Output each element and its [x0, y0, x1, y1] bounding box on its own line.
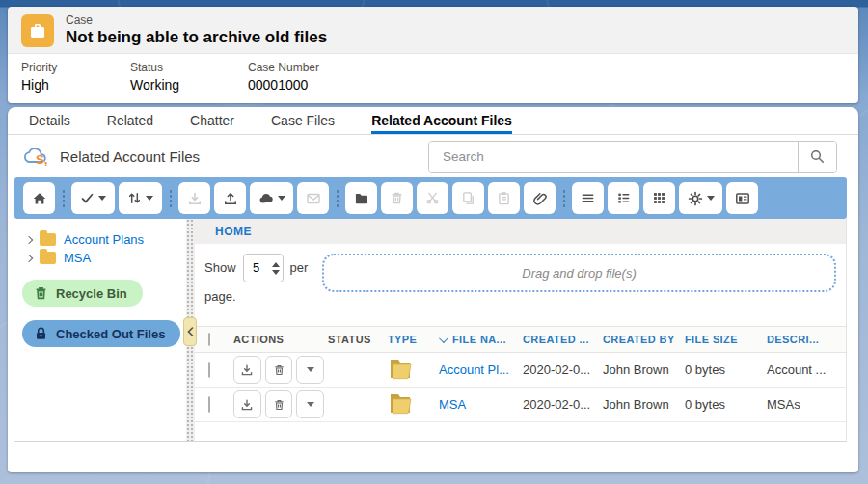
row-checkbox[interactable]	[208, 396, 210, 413]
file-dropzone[interactable]: Drag and drop file(s)	[322, 254, 836, 292]
row-more-actions-button[interactable]	[296, 356, 324, 384]
download-icon	[187, 191, 203, 206]
field-case-number-value: 00001000	[248, 77, 319, 93]
folder-icon	[40, 233, 56, 246]
case-icon	[21, 14, 54, 47]
col-header-file-name[interactable]: FILE NA...	[439, 327, 523, 353]
row-more-actions-button[interactable]	[296, 390, 324, 418]
tab-related[interactable]: Related	[107, 107, 153, 134]
row-checkbox[interactable]	[208, 362, 210, 378]
file-name-link[interactable]: MSA	[439, 397, 466, 412]
grid-view-button[interactable]	[643, 182, 675, 214]
sidebar-collapse-handle[interactable]	[183, 317, 197, 346]
col-header-file-size[interactable]: FILE SIZE	[685, 327, 767, 353]
page-size-stepper[interactable]: 5	[243, 254, 284, 282]
tab-related-account-files[interactable]: Related Account Files	[371, 107, 512, 134]
checked-out-files-button[interactable]: Checked Out Files	[22, 320, 180, 347]
folder-type-icon	[388, 403, 413, 417]
tab-details[interactable]: Details	[29, 107, 70, 134]
detail-list-icon	[616, 191, 631, 205]
col-header-type[interactable]: TYPE	[388, 327, 439, 353]
col-header-created-by[interactable]: CREATED BY	[603, 327, 685, 353]
col-header-status: STATUS	[328, 327, 388, 353]
col-header-description[interactable]: DESCRI...	[767, 327, 846, 353]
chevron-down-icon	[307, 402, 314, 407]
col-header-created[interactable]: CREATED ...	[523, 327, 603, 353]
chevron-down-icon	[146, 196, 153, 201]
field-priority-label: Priority	[21, 61, 121, 74]
toolbar-separator	[563, 189, 565, 208]
trash-icon	[273, 398, 285, 412]
search-icon	[810, 149, 825, 164]
search-box	[428, 141, 837, 173]
sidebar-resize-divider[interactable]	[186, 219, 195, 441]
toolbar-separator	[337, 189, 339, 208]
row-download-button[interactable]	[233, 356, 261, 384]
gear-icon	[688, 191, 703, 206]
sort-down-icon	[439, 334, 448, 343]
description-cell: Account ...	[767, 353, 846, 388]
toolbar-separator	[63, 189, 65, 208]
folder-tree-sidebar: Account Plans MSA Recycle Bin Checked Ou…	[14, 219, 186, 441]
tab-bar: Details Related Chatter Case Files Relat…	[8, 107, 858, 135]
row-delete-button[interactable]	[265, 390, 293, 418]
table-header-row: ACTIONS STATUS TYPE FILE NA... CREATED .…	[195, 327, 846, 353]
select-all-checkbox[interactable]	[208, 333, 210, 346]
file-browser: Account Plans MSA Recycle Bin Checked Ou…	[14, 219, 847, 442]
created-cell: 2020-02-0...	[523, 353, 603, 388]
upload-icon	[223, 191, 238, 206]
file-size-cell: 0 bytes	[685, 388, 767, 422]
breadcrumb-bar: HOME	[195, 219, 846, 244]
chevron-down-icon	[307, 367, 314, 372]
search-input[interactable]	[429, 142, 798, 172]
email-button	[297, 182, 329, 214]
status-cell	[328, 353, 388, 388]
recycle-bin-button[interactable]: Recycle Bin	[22, 280, 143, 307]
created-cell: 2020-02-0...	[523, 388, 603, 422]
settings-button[interactable]	[679, 182, 722, 214]
file-size-cell: 0 bytes	[685, 353, 767, 388]
created-by-cell: John Brown	[603, 388, 685, 422]
breadcrumb-home[interactable]: HOME	[215, 225, 252, 238]
page-title: Not being able to archive old files	[66, 28, 327, 47]
stepper-arrows[interactable]	[269, 262, 283, 275]
tree-item-msa[interactable]: MSA	[22, 249, 186, 267]
file-name-link[interactable]: Account Pl...	[439, 363, 509, 377]
created-by-cell: John Brown	[603, 353, 685, 388]
download-icon	[240, 363, 254, 377]
dropzone-text: Drag and drop file(s)	[522, 266, 637, 281]
approve-button[interactable]	[71, 182, 115, 214]
table-row: MSA 2020-02-0... John Brown 0 bytes MSAs	[195, 388, 846, 422]
search-button[interactable]	[798, 142, 836, 172]
sort-icon	[127, 191, 142, 205]
home-icon	[32, 191, 47, 206]
record-header-card: Case Not being able to archive old files…	[8, 7, 858, 103]
tab-chatter[interactable]: Chatter	[190, 107, 234, 134]
tree-item-account-plans[interactable]: Account Plans	[22, 230, 186, 249]
tab-case-files[interactable]: Case Files	[271, 107, 335, 134]
toolbar-separator	[170, 189, 172, 208]
list-icon	[581, 191, 595, 205]
field-priority-value: High	[21, 77, 121, 93]
section-title: Related Account Files	[60, 148, 200, 165]
clipboard-icon	[497, 191, 511, 205]
properties-button[interactable]	[726, 182, 758, 214]
home-button[interactable]	[23, 182, 55, 214]
new-folder-button[interactable]	[345, 182, 377, 214]
upload-button[interactable]	[214, 182, 246, 214]
cut-button	[417, 182, 448, 214]
detail-view-button[interactable]	[608, 182, 639, 214]
stepper-down-icon	[272, 270, 280, 275]
download-icon	[240, 398, 254, 412]
row-delete-button[interactable]	[265, 356, 293, 384]
paste-button	[488, 182, 520, 214]
row-download-button[interactable]	[233, 390, 261, 418]
sort-button[interactable]	[119, 182, 162, 214]
download-button	[178, 182, 210, 214]
attach-button[interactable]	[524, 182, 556, 214]
stepper-up-icon	[272, 262, 280, 267]
field-status-value: Working	[130, 77, 238, 93]
cloud-upload-button[interactable]	[250, 182, 293, 214]
list-view-button[interactable]	[572, 182, 604, 214]
lock-icon	[34, 326, 48, 341]
